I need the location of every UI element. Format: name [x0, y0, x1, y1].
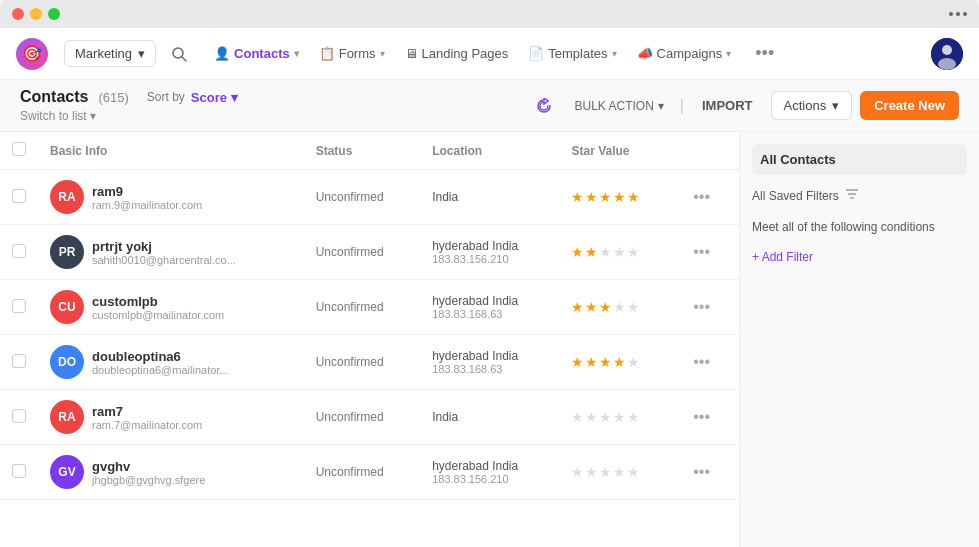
user-avatar[interactable] [931, 38, 963, 70]
contact-name[interactable]: customlpb [92, 294, 224, 309]
row-more-menu[interactable]: ••• [689, 463, 714, 480]
actions-button[interactable]: Actions ▾ [771, 91, 853, 120]
star-rating[interactable]: ★★★★★ [571, 354, 665, 370]
content-area: Basic Info Status Location Star Value RA… [0, 132, 979, 547]
toolbar-left: Contacts (615) Sort by Score ▾ Switch to… [20, 88, 238, 123]
star-1[interactable]: ★ [571, 189, 584, 205]
nav-item-landing-pages[interactable]: 🖥 Landing Pages [397, 40, 517, 67]
star-3[interactable]: ★ [599, 189, 612, 205]
contact-name[interactable]: prtrjt yokj [92, 239, 236, 254]
nav-item-forms[interactable]: 📋 Forms ▾ [311, 40, 393, 67]
row-checkbox[interactable] [12, 244, 26, 258]
contact-avatar-cell: CU customlpb customlpb@mailinator.com [50, 290, 292, 324]
contact-name[interactable]: ram9 [92, 184, 202, 199]
row-checkbox[interactable] [12, 464, 26, 478]
star-3[interactable]: ★ [599, 464, 612, 480]
star-2[interactable]: ★ [585, 409, 598, 425]
row-checkbox[interactable] [12, 299, 26, 313]
star-2[interactable]: ★ [585, 464, 598, 480]
header-location: Location [420, 132, 559, 170]
more-nav-button[interactable]: ••• [747, 37, 782, 70]
star-3[interactable]: ★ [599, 244, 612, 260]
switch-to-list-button[interactable]: Switch to list ▾ [20, 109, 96, 123]
star-2[interactable]: ★ [585, 299, 598, 315]
star-3[interactable]: ★ [599, 409, 612, 425]
row-more-menu[interactable]: ••• [689, 243, 714, 260]
star-2[interactable]: ★ [585, 244, 598, 260]
window-chrome [0, 0, 979, 28]
search-button[interactable] [164, 39, 194, 69]
contact-avatar: PR [50, 235, 84, 269]
row-more-menu[interactable]: ••• [689, 298, 714, 315]
star-value-cell: ★★★★★ [559, 225, 677, 280]
star-value-cell: ★★★★★ [559, 445, 677, 500]
star-3[interactable]: ★ [599, 354, 612, 370]
select-all-checkbox[interactable] [12, 142, 26, 156]
row-checkbox[interactable] [12, 189, 26, 203]
import-button[interactable]: IMPORT [692, 93, 763, 118]
row-more-menu[interactable]: ••• [689, 408, 714, 425]
close-dot[interactable] [12, 8, 24, 20]
star-5[interactable]: ★ [627, 244, 640, 260]
location-city: hyderabad India [432, 459, 547, 473]
contact-name-email: customlpb customlpb@mailinator.com [92, 294, 224, 321]
star-2[interactable]: ★ [585, 189, 598, 205]
star-rating[interactable]: ★★★★★ [571, 189, 665, 205]
star-value-cell: ★★★★★ [559, 170, 677, 225]
saved-filters-row[interactable]: All Saved Filters [752, 183, 967, 208]
nav-item-campaigns[interactable]: 📣 Campaigns ▾ [629, 40, 740, 67]
row-more-menu[interactable]: ••• [689, 353, 714, 370]
star-5[interactable]: ★ [627, 354, 640, 370]
star-5[interactable]: ★ [627, 409, 640, 425]
contact-name[interactable]: gvghv [92, 459, 205, 474]
nav-item-contacts[interactable]: 👤 Contacts ▾ [206, 40, 307, 67]
star-1[interactable]: ★ [571, 299, 584, 315]
contact-name[interactable]: ram7 [92, 404, 202, 419]
contact-info-cell: PR prtrjt yokj sahith0010@gharcentral.co… [38, 225, 304, 280]
star-4[interactable]: ★ [613, 189, 626, 205]
create-new-button[interactable]: Create New [860, 91, 959, 120]
star-1[interactable]: ★ [571, 464, 584, 480]
contact-email: jhgbgb@gvghvg.sfgere [92, 474, 205, 486]
star-4[interactable]: ★ [613, 354, 626, 370]
row-checkbox-cell [0, 280, 38, 335]
star-value-cell: ★★★★★ [559, 390, 677, 445]
star-1[interactable]: ★ [571, 244, 584, 260]
all-contacts-title[interactable]: All Contacts [752, 144, 967, 175]
row-checkbox[interactable] [12, 409, 26, 423]
row-checkbox[interactable] [12, 354, 26, 368]
minimize-dot[interactable] [30, 8, 42, 20]
marketing-dropdown[interactable]: Marketing ▾ [64, 40, 156, 67]
star-1[interactable]: ★ [571, 409, 584, 425]
nav-items: 👤 Contacts ▾ 📋 Forms ▾ 🖥 Landing Pages 📄… [206, 40, 739, 67]
sort-value[interactable]: Score ▾ [191, 90, 238, 105]
star-4[interactable]: ★ [613, 409, 626, 425]
maximize-dot[interactable] [48, 8, 60, 20]
star-5[interactable]: ★ [627, 189, 640, 205]
row-more-menu[interactable]: ••• [689, 188, 714, 205]
refresh-button[interactable] [530, 92, 558, 120]
star-5[interactable]: ★ [627, 464, 640, 480]
star-1[interactable]: ★ [571, 354, 584, 370]
star-rating[interactable]: ★★★★★ [571, 299, 665, 315]
toolbar-divider: | [680, 97, 684, 115]
star-rating[interactable]: ★★★★★ [571, 464, 665, 480]
location-city: India [432, 410, 547, 424]
star-rating[interactable]: ★★★★★ [571, 244, 665, 260]
contact-name[interactable]: doubleoptina6 [92, 349, 229, 364]
star-3[interactable]: ★ [599, 299, 612, 315]
star-4[interactable]: ★ [613, 244, 626, 260]
contact-avatar-cell: RA ram7 ram.7@mailinator.com [50, 400, 292, 434]
star-2[interactable]: ★ [585, 354, 598, 370]
star-4[interactable]: ★ [613, 299, 626, 315]
app-logo[interactable]: 🎯 [16, 38, 48, 70]
star-4[interactable]: ★ [613, 464, 626, 480]
star-rating[interactable]: ★★★★★ [571, 409, 665, 425]
add-filter-button[interactable]: + Add Filter [752, 246, 967, 268]
nav-item-templates[interactable]: 📄 Templates ▾ [520, 40, 624, 67]
svg-point-4 [938, 58, 956, 70]
bulk-action-button[interactable]: BULK ACTION ▾ [566, 94, 671, 118]
saved-filters-label: All Saved Filters [752, 189, 839, 203]
star-5[interactable]: ★ [627, 299, 640, 315]
star-value-cell: ★★★★★ [559, 280, 677, 335]
